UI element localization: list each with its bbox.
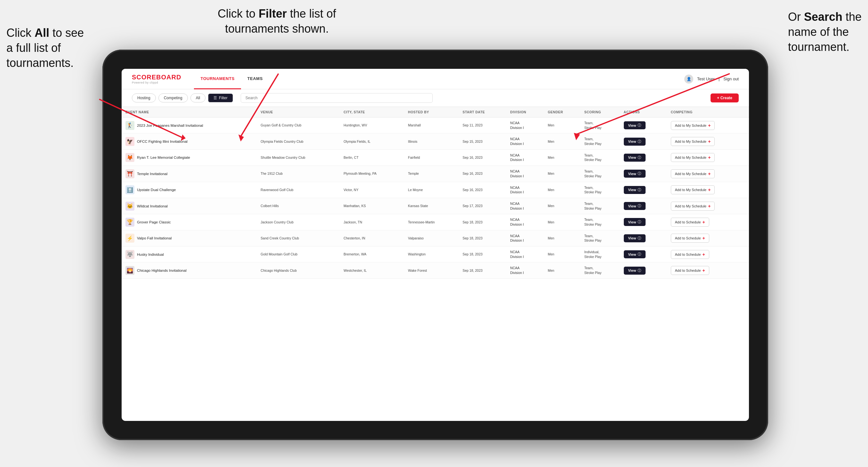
competing-cell-1: Add to My Schedule + (667, 133, 749, 150)
start-date-cell-1: Sep 15, 2023 (459, 133, 506, 150)
plus-icon-6: + (703, 220, 705, 225)
scoring-cell-8: Individual,Stroke Play (580, 246, 620, 262)
view-button-4[interactable]: View ⓘ (624, 186, 646, 194)
venue-cell-5: Colbert Hills (257, 198, 340, 214)
division-cell-0: NCAADivision I (506, 118, 544, 133)
filter-button[interactable]: ☰ Filter (208, 93, 233, 102)
plus-icon-9: + (703, 268, 705, 273)
division-cell-6: NCAADivision I (506, 214, 544, 230)
event-name-text-5: Wildcat Invitational (137, 204, 168, 208)
team-logo-9: 🌄 (125, 266, 134, 275)
pipe-separator: | (718, 76, 719, 81)
venue-cell-4: Ravenwood Golf Club (257, 182, 340, 198)
city-state-cell-3: Plymouth Meeting, PA (340, 166, 404, 182)
competing-cell-8: Add to Schedule + (667, 246, 749, 262)
city-state-cell-1: Olympia Fields, IL (340, 133, 404, 150)
event-name-cell-3: ⛩️ Temple Invitational (122, 166, 257, 182)
search-box (241, 93, 433, 103)
create-button[interactable]: + Create (711, 93, 739, 102)
plus-icon-7: + (703, 236, 705, 241)
add-schedule-button-5[interactable]: Add to My Schedule + (671, 201, 715, 211)
hosting-button[interactable]: Hosting (132, 93, 156, 102)
venue-cell-0: Guyan Golf & Country Club (257, 118, 340, 133)
table-header-row: EVENT NAME VENUE CITY, STATE HOSTED BY S… (122, 107, 749, 118)
signout-link[interactable]: Sign out (723, 76, 739, 81)
gender-cell-2: Men (544, 150, 580, 165)
view-button-5[interactable]: View ⓘ (624, 202, 646, 210)
city-state-cell-4: Victor, NY (340, 182, 404, 198)
city-state-cell-2: Berlin, CT (340, 150, 404, 165)
gender-cell-1: Men (544, 133, 580, 150)
plus-icon-8: + (703, 252, 705, 257)
city-state-cell-8: Bremerton, WA (340, 246, 404, 262)
event-name-cell-9: 🌄 Chicago Highlands Invitational (122, 262, 257, 278)
venue-cell-8: Gold Mountain Golf Club (257, 246, 340, 262)
plus-icon-1: + (708, 139, 711, 144)
event-name-text-6: Grover Page Classic (137, 220, 170, 224)
view-button-1[interactable]: View ⓘ (624, 137, 646, 146)
filter-label: Filter (219, 96, 227, 100)
actions-cell-9: View ⓘ (620, 262, 667, 278)
view-button-2[interactable]: View ⓘ (624, 154, 646, 162)
hosted-by-cell-2: Fairfield (404, 150, 459, 165)
add-schedule-button-2[interactable]: Add to My Schedule + (671, 153, 715, 162)
add-schedule-button-0[interactable]: Add to My Schedule + (671, 121, 715, 130)
hosted-by-cell-4: Le Moyne (404, 182, 459, 198)
view-button-6[interactable]: View ⓘ (624, 218, 646, 226)
competing-cell-7: Add to Schedule + (667, 230, 749, 246)
nav-tab-tournaments[interactable]: TOURNAMENTS (194, 69, 241, 89)
user-icon: 👤 (684, 74, 693, 84)
plus-icon-5: + (708, 204, 711, 209)
venue-cell-9: Chicago Highlands Club (257, 262, 340, 278)
info-icon-2: ⓘ (638, 155, 641, 160)
start-date-cell-3: Sep 16, 2023 (459, 166, 506, 182)
gender-cell-3: Men (544, 166, 580, 182)
view-button-0[interactable]: View ⓘ (624, 121, 646, 129)
hosted-by-cell-7: Valparaiso (404, 230, 459, 246)
hosted-by-cell-5: Kansas State (404, 198, 459, 214)
add-schedule-button-7[interactable]: Add to Schedule + (671, 234, 709, 243)
event-name-cell-1: 🦅 OFCC Fighting Illini Invitational (122, 133, 257, 150)
view-button-9[interactable]: View ⓘ (624, 267, 646, 275)
view-button-3[interactable]: View ⓘ (624, 169, 646, 178)
scoring-cell-0: Team,Stroke Play (580, 118, 620, 133)
event-name-text-2: Ryan T. Lee Memorial Collegiate (137, 156, 190, 159)
tournament-table: EVENT NAME VENUE CITY, STATE HOSTED BY S… (122, 107, 749, 279)
start-date-cell-2: Sep 16, 2023 (459, 150, 506, 165)
gender-cell-7: Men (544, 230, 580, 246)
start-date-cell-5: Sep 17, 2023 (459, 198, 506, 214)
add-schedule-button-3[interactable]: Add to My Schedule + (671, 169, 715, 178)
actions-cell-2: View ⓘ (620, 150, 667, 165)
add-schedule-button-4[interactable]: Add to My Schedule + (671, 185, 715, 194)
event-name-text-0: 2023 Joe Feaganes Marshall Invitational (137, 124, 203, 127)
city-state-cell-5: Manhattan, KS (340, 198, 404, 214)
all-button[interactable]: All (190, 93, 206, 102)
filterbar: Hosting Competing All ☰ Filter + Create (122, 89, 749, 107)
competing-button[interactable]: Competing (158, 93, 188, 102)
start-date-cell-7: Sep 18, 2023 (459, 230, 506, 246)
event-name-cell-4: ⬆️ Upstate Dual Challenge (122, 182, 257, 198)
annotation-topleft: Click All to see a full list of tourname… (6, 26, 90, 70)
table-row: 🐱 Wildcat Invitational Colbert Hills Man… (122, 198, 749, 214)
event-name-cell-7: ⚡ Valpo Fall Invitational (122, 230, 257, 246)
actions-cell-3: View ⓘ (620, 166, 667, 182)
venue-cell-2: Shuttle Meadow Country Club (257, 150, 340, 165)
nav-tabs: TOURNAMENTS TEAMS (194, 69, 684, 89)
add-schedule-button-8[interactable]: Add to Schedule + (671, 250, 709, 259)
gender-cell-9: Men (544, 262, 580, 278)
search-input[interactable] (241, 93, 433, 103)
add-schedule-button-9[interactable]: Add to Schedule + (671, 266, 709, 275)
team-logo-8: 🐺 (125, 250, 134, 259)
start-date-cell-6: Sep 18, 2023 (459, 214, 506, 230)
view-button-7[interactable]: View ⓘ (624, 234, 646, 242)
info-icon-9: ⓘ (638, 268, 641, 273)
table-body: 🏌️ 2023 Joe Feaganes Marshall Invitation… (122, 118, 749, 279)
col-start-date: START DATE (459, 107, 506, 118)
view-button-8[interactable]: View ⓘ (624, 250, 646, 258)
add-schedule-button-6[interactable]: Add to Schedule + (671, 218, 709, 227)
logo-area: SCOREBOARD Powered by clippd (132, 73, 181, 84)
start-date-cell-9: Sep 18, 2023 (459, 262, 506, 278)
nav-tab-teams[interactable]: TEAMS (241, 69, 269, 89)
division-cell-3: NCAADivision I (506, 166, 544, 182)
add-schedule-button-1[interactable]: Add to My Schedule + (671, 137, 715, 146)
